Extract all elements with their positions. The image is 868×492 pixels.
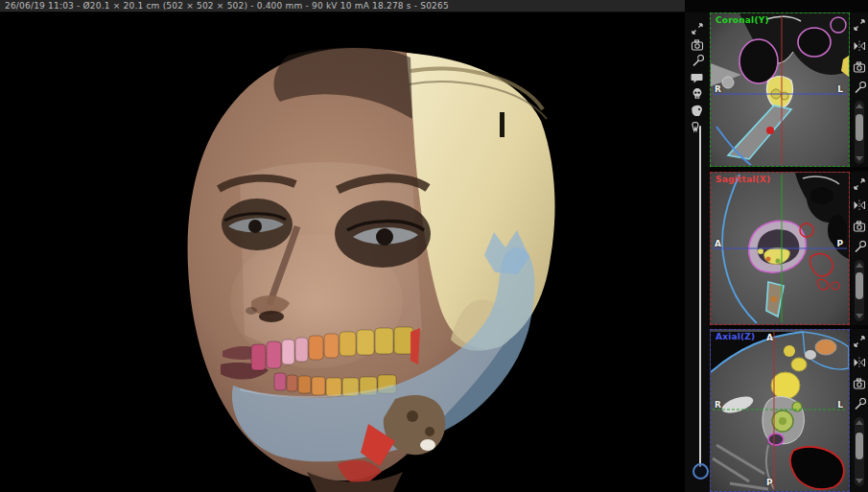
tooth-icon[interactable] bbox=[691, 120, 704, 133]
3d-head-render bbox=[0, 13, 685, 492]
expand-icon[interactable] bbox=[853, 177, 866, 191]
coronal-label: Coronal(Y) bbox=[716, 15, 769, 25]
opacity-slider-track[interactable] bbox=[699, 126, 701, 467]
orient-r: R bbox=[715, 84, 721, 94]
flip-horizontal-icon[interactable] bbox=[853, 199, 866, 212]
axial-toolbar bbox=[851, 329, 868, 492]
scrollbar-thumb[interactable] bbox=[856, 433, 863, 459]
orient-p: P bbox=[836, 239, 843, 248]
sagittal-toolbar bbox=[851, 172, 868, 325]
scrollbar-thumb[interactable] bbox=[856, 272, 863, 299]
slice-scrollbar[interactable] bbox=[855, 260, 864, 321]
expand-icon[interactable] bbox=[853, 18, 866, 32]
sagittal-label: Sagittal(X) bbox=[716, 175, 770, 184]
scroll-up-arrow[interactable] bbox=[856, 420, 863, 425]
flip-horizontal-icon[interactable] bbox=[853, 356, 866, 369]
wrench-icon[interactable] bbox=[853, 82, 866, 95]
slice-scrollbar[interactable] bbox=[855, 417, 864, 486]
comment-icon[interactable] bbox=[691, 71, 704, 84]
camera-icon[interactable] bbox=[691, 38, 704, 52]
wrench-icon[interactable] bbox=[853, 241, 866, 254]
orient-l: L bbox=[837, 400, 843, 410]
skull-icon[interactable] bbox=[691, 87, 704, 101]
3d-toolbar bbox=[685, 12, 710, 492]
expand-icon[interactable] bbox=[691, 22, 704, 35]
scroll-down-arrow[interactable] bbox=[856, 479, 863, 483]
coronal-view[interactable]: Coronal(Y) R L bbox=[710, 12, 850, 167]
scroll-down-arrow[interactable] bbox=[856, 156, 863, 161]
volume-3d-view[interactable] bbox=[0, 13, 685, 492]
scroll-down-arrow[interactable] bbox=[856, 314, 863, 318]
camera-icon[interactable] bbox=[853, 377, 866, 390]
camera-icon[interactable] bbox=[853, 60, 866, 74]
scroll-up-arrow[interactable] bbox=[856, 263, 863, 268]
sagittal-view[interactable]: Sagittal(X) A P bbox=[710, 172, 850, 325]
camera-icon[interactable] bbox=[853, 220, 866, 233]
profile-icon[interactable] bbox=[691, 104, 704, 117]
orient-r: R bbox=[715, 400, 721, 410]
orient-a: A bbox=[766, 333, 773, 342]
orient-p: P bbox=[766, 478, 773, 487]
scan-info-text: 26/06/19 11:03 - Ø20.1 × 20.1 cm (502 × … bbox=[5, 1, 449, 11]
flip-horizontal-icon[interactable] bbox=[853, 39, 866, 53]
scrollbar-thumb[interactable] bbox=[856, 114, 863, 141]
coronal-toolbar bbox=[851, 12, 868, 167]
slice-scrollbar[interactable] bbox=[855, 101, 864, 164]
expand-icon[interactable] bbox=[853, 335, 866, 348]
wrench-icon[interactable] bbox=[853, 398, 866, 411]
orient-l: L bbox=[837, 84, 843, 94]
wrench-icon[interactable] bbox=[691, 55, 704, 68]
opacity-slider-handle[interactable] bbox=[692, 463, 709, 480]
cbct-viewer-window: 26/06/19 11:03 - Ø20.1 × 20.1 cm (502 × … bbox=[0, 0, 868, 492]
orient-a: A bbox=[715, 239, 721, 248]
axial-label: Axial(Z) bbox=[716, 332, 755, 341]
scroll-up-arrow[interactable] bbox=[856, 104, 863, 108]
axial-view[interactable]: Axial(Z) R L A P bbox=[710, 329, 850, 492]
